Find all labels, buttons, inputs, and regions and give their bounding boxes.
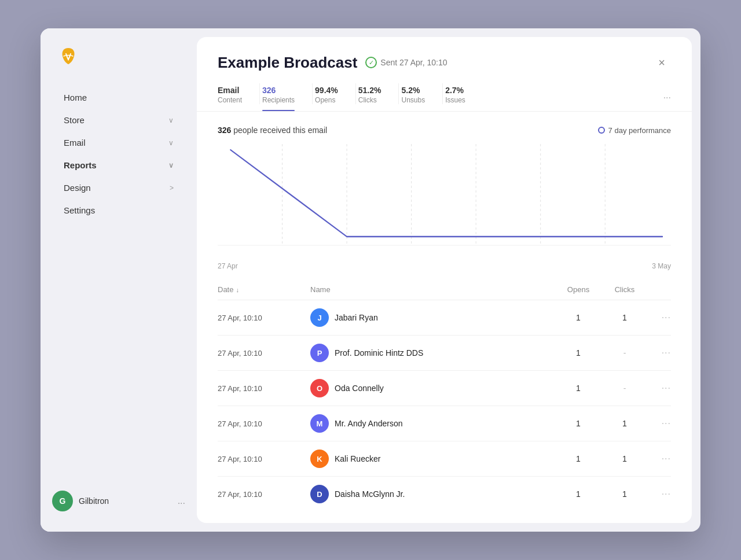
row-name-cell: K Kali Ruecker (310, 450, 555, 468)
row-date: 27 Apr, 10:10 (218, 455, 310, 463)
row-more-button[interactable]: ··· (648, 348, 671, 358)
col-header-date[interactable]: Date ↓ (218, 285, 310, 294)
table-row: 27 Apr, 10:10 P Prof. Dominic Hintz DDS … (218, 336, 671, 371)
sidebar-item-design[interactable]: Design > (46, 177, 191, 198)
row-name-cell: M Mr. Andy Anderson (310, 414, 555, 433)
sidebar-item-email[interactable]: Email ∨ (46, 132, 191, 153)
chart-date-start: 27 Apr (218, 262, 238, 270)
recipients-table: Date ↓ Name Opens Clicks 27 Apr, 10:10 J… (197, 279, 692, 523)
sidebar-footer: G Gilbitron ... (41, 482, 197, 520)
user-name: Gilbitron (79, 496, 172, 506)
user-avatar: G (52, 491, 73, 511)
row-date: 27 Apr, 10:10 (218, 490, 310, 499)
more-options-button[interactable]: ... (178, 496, 185, 506)
row-opens: 1 (555, 384, 601, 393)
sort-arrow-icon: ↓ (236, 286, 239, 293)
table-body: 27 Apr, 10:10 J Jabari Ryan 1 1 ··· 27 A… (218, 300, 671, 511)
chart-title-text: people received this email (233, 126, 327, 135)
row-more-button[interactable]: ··· (648, 418, 671, 429)
chart-legend: 7 day performance (598, 126, 671, 135)
table-row: 27 Apr, 10:10 D Daisha McGlynn Jr. 1 1 ·… (218, 477, 671, 511)
tabs-row: Email Content 326 Recipients 99.4% Opens… (197, 83, 692, 112)
contact-name: Mr. Andy Anderson (335, 419, 403, 428)
chart-header: 326 people received this email 7 day per… (218, 126, 671, 135)
contact-name: Daisha McGlynn Jr. (335, 489, 405, 499)
tab-issues[interactable]: 2.7% Issues (445, 86, 477, 111)
table-row: 27 Apr, 10:10 M Mr. Andy Anderson 1 1 ··… (218, 406, 671, 441)
col-header-clicks: Clicks (601, 285, 648, 294)
tab-clicks[interactable]: 51.2% Clicks (358, 86, 393, 111)
contact-name: Kali Ruecker (335, 454, 380, 463)
sidebar-item-home[interactable]: Home (46, 87, 191, 108)
col-header-actions (648, 285, 671, 294)
tab-content[interactable]: Email Content (218, 86, 254, 111)
sidebar-nav: Home Store ∨ Email ∨ Reports ∨ Design > … (41, 86, 197, 482)
row-date: 27 Apr, 10:10 (218, 349, 310, 358)
row-name-cell: D Daisha McGlynn Jr. (310, 485, 555, 503)
sent-badge: ✓ Sent 27 Apr, 10:10 (365, 57, 447, 68)
sidebar-item-reports[interactable]: Reports ∨ (46, 154, 191, 176)
row-more-button[interactable]: ··· (648, 312, 671, 323)
logo (41, 46, 197, 86)
contact-avatar: P (310, 344, 329, 362)
broadcast-title: Example Broadcast (218, 54, 357, 72)
table-row: 27 Apr, 10:10 O Oda Connelly 1 - ··· (218, 371, 671, 406)
contact-avatar: O (310, 379, 329, 397)
contact-avatar: D (310, 485, 329, 503)
table-row: 27 Apr, 10:10 K Kali Ruecker 1 1 ··· (218, 441, 671, 477)
row-clicks: - (601, 384, 648, 393)
sent-timestamp: Sent 27 Apr, 10:10 (380, 58, 447, 67)
tab-opens[interactable]: 99.4% Opens (315, 86, 350, 111)
col-header-opens: Opens (555, 285, 601, 294)
row-more-button[interactable]: ··· (648, 383, 671, 393)
row-clicks: 1 (601, 313, 648, 322)
legend-dot-icon (598, 127, 605, 134)
table-row: 27 Apr, 10:10 J Jabari Ryan 1 1 ··· (218, 300, 671, 336)
header-left: Example Broadcast ✓ Sent 27 Apr, 10:10 (218, 54, 447, 72)
tab-separator (259, 83, 260, 104)
close-button[interactable]: × (652, 53, 671, 72)
sidebar: Home Store ∨ Email ∨ Reports ∨ Design > … (41, 28, 197, 532)
tab-unsubs[interactable]: 5.2% Unsubs (401, 86, 436, 111)
row-opens: 1 (555, 454, 601, 463)
chart-count: 326 (218, 126, 231, 135)
table-header: Date ↓ Name Opens Clicks (218, 279, 671, 300)
chart-section: 326 people received this email 7 day per… (197, 112, 692, 279)
logo-icon (58, 46, 79, 67)
tabs-more-button[interactable]: ··· (663, 93, 671, 111)
contact-name: Jabari Ryan (335, 313, 378, 322)
tab-recipients[interactable]: 326 Recipients (262, 86, 306, 111)
content-header: Example Broadcast ✓ Sent 27 Apr, 10:10 × (197, 37, 692, 72)
contact-avatar: M (310, 414, 329, 433)
legend-label: 7 day performance (608, 126, 671, 135)
row-opens: 1 (555, 489, 601, 499)
row-clicks: - (601, 348, 648, 358)
contact-name: Oda Connelly (335, 384, 384, 393)
tab-separator (442, 83, 443, 104)
row-more-button[interactable]: ··· (648, 489, 671, 499)
row-name-cell: J Jabari Ryan (310, 308, 555, 327)
contact-avatar: K (310, 450, 329, 468)
row-opens: 1 (555, 313, 601, 322)
sidebar-item-store[interactable]: Store ∨ (46, 109, 191, 131)
row-date: 27 Apr, 10:10 (218, 419, 310, 428)
row-clicks: 1 (601, 489, 648, 499)
chevron-down-icon: ∨ (168, 139, 174, 147)
row-date: 27 Apr, 10:10 (218, 314, 310, 322)
sidebar-item-settings[interactable]: Settings (46, 200, 191, 221)
performance-chart (218, 144, 671, 260)
contact-avatar: J (310, 308, 329, 327)
row-more-button[interactable]: ··· (648, 454, 671, 464)
chevron-right-icon: > (170, 184, 174, 192)
row-name-cell: O Oda Connelly (310, 379, 555, 397)
chart-title: 326 people received this email (218, 126, 327, 135)
row-opens: 1 (555, 419, 601, 428)
row-name-cell: P Prof. Dominic Hintz DDS (310, 344, 555, 362)
row-clicks: 1 (601, 454, 648, 463)
tab-separator (355, 83, 356, 104)
chart-dates: 27 Apr 3 May (218, 262, 671, 270)
row-clicks: 1 (601, 419, 648, 428)
check-circle-icon: ✓ (365, 57, 377, 68)
tab-separator (398, 83, 399, 104)
chevron-down-icon: ∨ (168, 161, 174, 170)
